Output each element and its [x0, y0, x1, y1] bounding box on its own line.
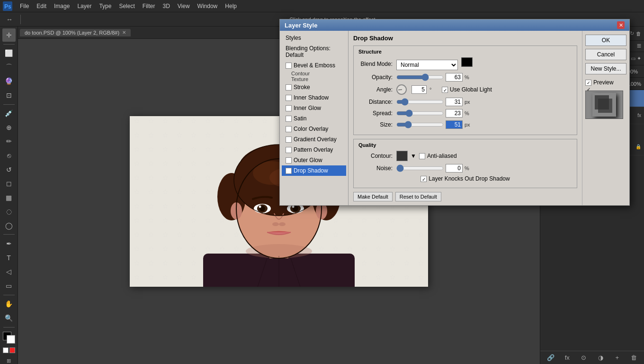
add-layer-style-button[interactable]: fx — [563, 353, 572, 363]
menu-filter[interactable]: Filter — [139, 2, 159, 10]
drop-shadow-checkbox[interactable] — [286, 168, 292, 174]
document-tab[interactable]: do toon.PSD @ 100% (Layer 2, RGB/8#) ✕ — [20, 29, 131, 36]
angle-input[interactable] — [411, 85, 427, 94]
right-panel-icon-5[interactable]: 🗑 — [636, 31, 641, 36]
dodge-tool[interactable]: ◯ — [2, 219, 16, 232]
menu-help[interactable]: Help — [221, 2, 241, 10]
pattern-overlay-checkbox[interactable] — [286, 147, 292, 153]
marquee-tool[interactable]: ⬜ — [2, 47, 16, 60]
anti-aliased-checkbox[interactable] — [419, 153, 425, 159]
preview-checkbox[interactable]: ✓ — [585, 80, 591, 86]
move-tool-options[interactable]: ↔ — [3, 13, 16, 26]
menu-edit[interactable]: Edit — [33, 2, 50, 10]
layer-knocks-out-checkbox[interactable] — [420, 176, 427, 182]
crop-tool[interactable]: ⊡ — [2, 89, 16, 102]
ok-button[interactable]: OK — [585, 35, 626, 46]
link-layers-button[interactable]: 🔗 — [546, 353, 555, 363]
gradient-tool[interactable]: ▦ — [2, 191, 16, 204]
new-fill-layer-button[interactable]: ◑ — [596, 353, 605, 363]
style-color-overlay[interactable]: Color Overlay — [282, 124, 346, 134]
layers-menu-button[interactable]: ≡ — [634, 41, 644, 52]
color-overlay-checkbox[interactable] — [286, 126, 292, 132]
smart-filter-icon[interactable]: ✦ — [637, 55, 641, 62]
shape-tool[interactable]: ▭ — [2, 279, 16, 292]
blend-mode-select[interactable]: Normal — [396, 60, 458, 70]
menu-layer[interactable]: Layer — [73, 2, 95, 10]
size-input[interactable] — [446, 120, 463, 129]
menu-select[interactable]: Select — [115, 2, 138, 10]
angle-wheel[interactable] — [396, 84, 407, 95]
new-style-button[interactable]: New Style... — [585, 63, 626, 74]
style-outer-glow[interactable]: Outer Glow — [282, 155, 346, 165]
menu-file[interactable]: File — [16, 2, 33, 10]
delete-layer-button[interactable]: 🗑 — [629, 353, 638, 363]
menu-window[interactable]: Window — [194, 2, 222, 10]
layer-knocks-out-label[interactable]: Layer Knocks Out Drop Shadow — [420, 175, 510, 182]
clone-stamp-tool[interactable]: ⎋ — [2, 149, 16, 162]
screen-mode[interactable]: ⊞ — [7, 358, 11, 364]
lasso-tool[interactable]: ⌒ — [2, 61, 16, 74]
gradient-overlay-checkbox[interactable] — [286, 136, 292, 143]
style-satin[interactable]: Satin — [282, 113, 346, 124]
path-select-tool[interactable]: ◁ — [2, 265, 16, 278]
spot-healing-tool[interactable]: ⊕ — [2, 121, 16, 134]
color-picker[interactable] — [3, 332, 15, 344]
spread-input[interactable] — [446, 109, 463, 118]
global-light-checkbox[interactable] — [442, 87, 448, 93]
global-light-checkbox-label[interactable]: Use Global Light — [442, 86, 492, 93]
inner-glow-checkbox[interactable] — [286, 105, 292, 111]
satin-checkbox[interactable] — [286, 116, 292, 122]
eyedropper-tool[interactable]: 💉 — [2, 107, 16, 120]
style-texture[interactable]: Texture — [282, 76, 346, 82]
background-color[interactable] — [7, 335, 15, 344]
eraser-tool[interactable]: ◻ — [2, 177, 16, 190]
blend-mode-color-swatch[interactable] — [461, 57, 473, 67]
standard-mode[interactable] — [3, 347, 9, 353]
outer-glow-checkbox[interactable] — [286, 157, 292, 164]
style-bevel[interactable]: Bevel & Emboss — [282, 60, 346, 71]
new-layer-button[interactable]: + — [612, 353, 622, 363]
shape-filter-icon[interactable]: ▭ — [631, 55, 635, 62]
blur-tool[interactable]: ◌ — [2, 205, 16, 218]
tab-close-button[interactable]: ✕ — [122, 30, 126, 35]
bevel-checkbox[interactable] — [286, 63, 292, 69]
dialog-close-button[interactable]: ✕ — [617, 21, 625, 29]
distance-slider[interactable] — [396, 99, 444, 105]
opacity-slider[interactable] — [396, 74, 444, 81]
noise-input[interactable] — [446, 164, 463, 173]
spread-slider[interactable] — [396, 110, 444, 117]
contour-dropdown-icon[interactable]: ▼ — [411, 153, 416, 159]
zoom-tool[interactable]: 🔍 — [2, 311, 16, 325]
reset-to-default-button[interactable]: Reset to Default — [395, 192, 441, 201]
distance-input[interactable] — [446, 98, 463, 106]
quick-mask-mode[interactable] — [9, 347, 15, 353]
style-contour[interactable]: Contour — [282, 71, 346, 76]
anti-aliased-label[interactable]: Anti-aliased — [419, 153, 457, 159]
style-stroke[interactable]: Stroke — [282, 82, 346, 92]
style-inner-shadow[interactable]: Inner Shadow — [282, 92, 346, 103]
brush-tool[interactable]: ✏ — [2, 135, 16, 148]
make-default-button[interactable]: Make Default — [353, 192, 393, 201]
add-mask-button[interactable]: ⊙ — [579, 353, 589, 363]
style-inner-glow[interactable]: Inner Glow — [282, 103, 346, 113]
style-gradient-overlay[interactable]: Gradient Overlay — [282, 134, 346, 145]
history-brush-tool[interactable]: ↺ — [2, 163, 16, 176]
contour-preview-icon[interactable] — [396, 151, 408, 161]
style-drop-shadow[interactable]: Drop Shadow — [282, 165, 346, 176]
text-tool[interactable]: T — [2, 251, 16, 264]
cancel-button[interactable]: Cancel — [585, 49, 626, 60]
move-tool[interactable]: ✛ — [2, 28, 16, 42]
right-panel-icon-4[interactable]: ↻ — [630, 30, 634, 36]
size-slider[interactable] — [396, 121, 444, 128]
menu-image[interactable]: Image — [50, 2, 73, 10]
quick-select-tool[interactable]: 🔮 — [2, 75, 16, 88]
style-blending[interactable]: Blending Options: Default — [282, 43, 346, 60]
style-pattern-overlay[interactable]: Pattern Overlay — [282, 145, 346, 155]
opacity-input[interactable] — [446, 73, 463, 82]
menu-3d[interactable]: 3D — [159, 2, 173, 10]
pen-tool[interactable]: ✒ — [2, 237, 16, 250]
menu-view[interactable]: View — [174, 2, 194, 10]
noise-slider[interactable] — [396, 165, 444, 172]
style-styles[interactable]: Styles — [282, 33, 346, 43]
stroke-checkbox[interactable] — [286, 84, 292, 91]
